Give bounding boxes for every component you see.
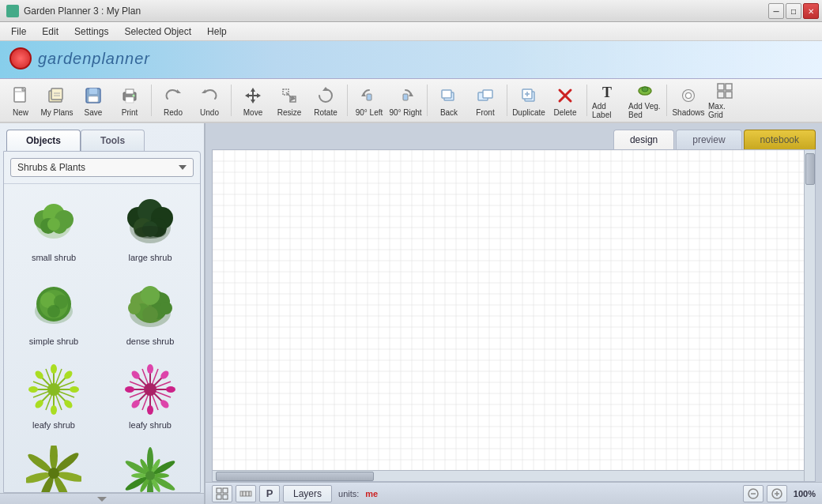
toolbar-redo-label: Redo (164, 108, 183, 117)
ruler-button[interactable] (236, 485, 256, 502)
maximize-button[interactable]: □ (786, 3, 801, 19)
plant-item-dense-shrub[interactable]: dense shrub (104, 271, 197, 352)
svg-point-136 (131, 473, 147, 478)
tab-notebook[interactable]: notebook (744, 130, 816, 149)
myplans-icon (46, 85, 68, 107)
plant-item-leafy-shrub-1[interactable]: leafy shrub (7, 355, 100, 435)
design-canvas[interactable] (213, 150, 815, 481)
add-label-icon: T (598, 81, 620, 100)
tab-design[interactable]: design (613, 130, 674, 149)
menu-selected-object[interactable]: Selected Object (116, 24, 199, 39)
small-shrub-label: small shrub (32, 253, 76, 262)
toolbar-redo-button[interactable]: Redo (156, 81, 190, 119)
svg-point-133 (153, 473, 169, 478)
main-content: Objects Tools Shrubs & Plants Trees Flow… (0, 123, 822, 504)
canvas-horizontal-scrollbar[interactable] (213, 470, 804, 481)
save-icon (82, 85, 104, 107)
toolbar-rotate-right-button[interactable]: 90° Right (388, 81, 423, 119)
toolbar-move-button[interactable]: Move (236, 81, 270, 119)
svg-point-44 (642, 87, 648, 92)
toolbar-myplans-button[interactable]: My Plans (40, 81, 74, 119)
maxgrid-icon (714, 81, 736, 100)
menu-file[interactable]: File (3, 24, 34, 39)
layers-button[interactable]: Layers (283, 485, 332, 502)
undo-icon (198, 85, 221, 107)
tab-objects[interactable]: Objects (6, 130, 81, 151)
toolbar-rotate-right-label: 90° Right (389, 108, 421, 117)
plant-item-simple-shrub[interactable]: simple shrub (7, 271, 100, 352)
svg-point-118 (50, 446, 58, 470)
window-controls: ─ □ ✕ (768, 3, 819, 19)
toolbar-new-button[interactable]: New (3, 81, 38, 119)
plant-item-plant[interactable]: plant (104, 438, 197, 492)
toolbar-add-vegbed-button[interactable]: Add Veg. Bed (628, 81, 662, 119)
toolbar-rotate-left-label: 90° Left (356, 108, 383, 117)
svg-point-59 (47, 218, 60, 231)
svg-rect-4 (51, 88, 62, 100)
separator-3 (347, 85, 348, 116)
toolbar-rotate-button[interactable]: Rotate (308, 81, 343, 119)
plant-item-leafy-shrub-2[interactable]: leafy shrub (104, 355, 197, 435)
category-dropdown[interactable]: Shrubs & Plants Trees Flowers Vegetables… (10, 158, 194, 177)
toolbar-save-button[interactable]: Save (76, 81, 111, 119)
svg-point-117 (144, 383, 156, 396)
svg-point-96 (51, 405, 57, 415)
leafy-shrub-1-image (26, 362, 81, 417)
separator-1 (151, 85, 152, 116)
zoom-in-button[interactable] (767, 485, 787, 502)
toolbar-duplicate-button[interactable]: Duplicate (511, 81, 546, 119)
toolbar-front-label: Front (476, 108, 494, 117)
canvas-area[interactable] (212, 149, 816, 482)
zoom-level-display: 100% (794, 489, 816, 498)
svg-point-81 (142, 307, 158, 322)
canvas-hscroll-thumb[interactable] (216, 472, 374, 481)
leafy-shrub-2-image (123, 362, 178, 417)
canvas-vscroll-thumb[interactable] (805, 153, 815, 185)
plant-item-spikey-plant[interactable]: spikey plant (7, 438, 100, 492)
svg-text:T: T (602, 85, 612, 100)
toolbar-add-label-button[interactable]: T Add Label (591, 81, 626, 119)
menu-edit[interactable]: Edit (34, 24, 66, 39)
statusbar: P Layers units: me 100% (206, 482, 822, 504)
toolbar-myplans-label: My Plans (40, 108, 73, 117)
svg-rect-49 (718, 84, 724, 90)
svg-point-78 (141, 286, 160, 305)
toolbar-delete-button[interactable]: Delete (548, 81, 583, 119)
toolbar-add-vegbed-label: Add Veg. Bed (628, 102, 662, 119)
plant-item-large-shrub[interactable]: large shrub (104, 187, 197, 268)
toolbar-print-button[interactable]: Print (112, 81, 147, 119)
toolbar-delete-label: Delete (554, 108, 577, 117)
canvas-vertical-scrollbar[interactable] (804, 150, 815, 481)
add-vegbed-icon (634, 81, 656, 100)
svg-point-109 (147, 364, 153, 374)
toolbar-maxgrid-button[interactable]: Max. Grid (707, 81, 742, 119)
units-label: units: (338, 489, 359, 498)
svg-point-48 (686, 93, 691, 98)
close-button[interactable]: ✕ (803, 3, 819, 19)
panel-tabs: Objects Tools (0, 123, 204, 151)
tab-preview[interactable]: preview (676, 130, 741, 149)
toolbar-undo-button[interactable]: Undo (192, 81, 227, 119)
toolbar-front-button[interactable]: Front (468, 81, 503, 119)
toolbar-back-label: Back (440, 108, 458, 117)
svg-point-98 (28, 386, 38, 393)
svg-point-138 (145, 471, 155, 480)
grid-toggle-button[interactable] (212, 485, 232, 502)
toolbar-resize-button[interactable]: Resize (272, 81, 307, 119)
svg-point-13 (133, 94, 135, 96)
tab-tools[interactable]: Tools (81, 130, 145, 151)
minimize-button[interactable]: ─ (768, 3, 784, 19)
zoom-out-button[interactable] (743, 485, 764, 502)
toolbar-rotate-left-button[interactable]: 90° Left (352, 81, 386, 119)
toolbar-shadows-button[interactable]: Shadows (671, 81, 706, 119)
window-title: Garden Planner 3 : My Plan (24, 6, 816, 17)
toolbar-back-button[interactable]: Back (432, 81, 466, 119)
toolbar-shadows-label: Shadows (672, 108, 704, 117)
separator-2 (231, 85, 232, 116)
plant-item-small-shrub[interactable]: small shrub (7, 187, 100, 268)
menu-settings[interactable]: Settings (66, 24, 116, 39)
menu-help[interactable]: Help (199, 24, 235, 39)
parking-button[interactable]: P (259, 485, 280, 502)
svg-rect-31 (403, 94, 408, 100)
duplicate-icon (518, 85, 540, 107)
